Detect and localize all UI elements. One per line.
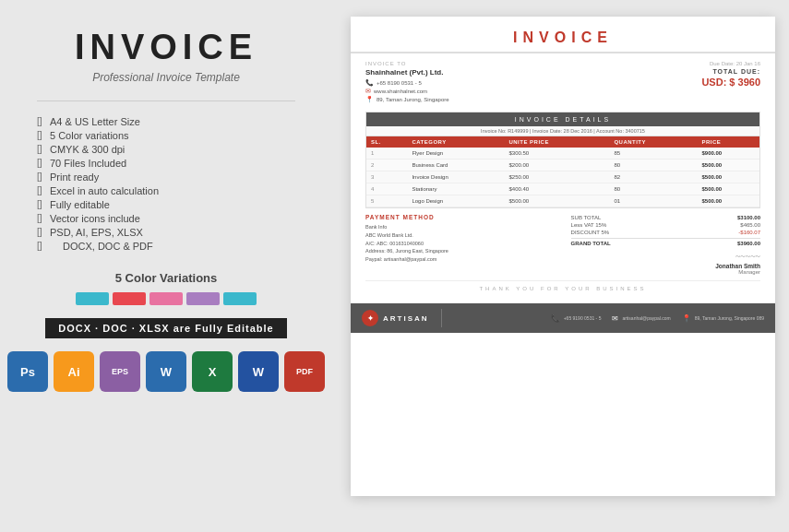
color-variations-label: 5 Color Variations <box>115 271 218 285</box>
footer-address: 📍 89, Taman Jurong, Singapore 089 <box>682 314 764 323</box>
logo-icon: ✦ <box>362 310 378 326</box>
swatch-1 <box>76 292 109 305</box>
footer-phone-value: +65 9190 0531 - 5 <box>564 315 602 321</box>
feature-item: Fully editable <box>37 199 159 210</box>
footer-logo: ✦ ARTISAN <box>362 310 429 326</box>
footer-email: ✉ artisanhal@paypal.com <box>612 314 670 323</box>
invoice-body: INVOICE TO Shainhalnet (Pvt.) Ltd. 📞 +65… <box>351 53 775 303</box>
row-sl: 1 <box>366 148 407 160</box>
file-icon-word[interactable]: W <box>146 351 186 392</box>
signature-section: ~~~~~ Jonathan Smith Manager <box>571 251 760 275</box>
footer-address-icon: 📍 <box>682 314 691 323</box>
invoice-details-section: INVOICE DETAILS Invoice No: R149999 | In… <box>365 112 760 208</box>
total-due-label: TOTAL DUE: <box>603 68 760 75</box>
invoice-footer: ✦ ARTISAN 📞 +65 9190 0531 - 5 ✉ artisanh… <box>351 303 775 333</box>
footer-phone-icon: 📞 <box>551 314 560 323</box>
grand-label: GRAND TOTAL <box>571 241 611 246</box>
discount-row: DISCOUNT 5% -$160.07 <box>571 229 760 236</box>
table-row: 1 Flyer Design $300.50 85 $900.00 <box>366 148 759 160</box>
row-unit-price: $500.00 <box>504 195 609 207</box>
swatch-2 <box>113 292 146 305</box>
payment-section: PAYMENT METHOD Bank Info ABC World Bank … <box>365 214 555 275</box>
right-panel: INVOICE INVOICE TO Shainhalnet (Pvt.) Lt… <box>332 0 789 532</box>
row-category: Invoice Design <box>407 171 504 183</box>
footer-phone: 📞 +65 9190 0531 - 5 <box>551 314 602 323</box>
grand-value: $3960.00 <box>737 241 760 246</box>
file-icon-pdf[interactable]: PDF <box>284 351 325 392</box>
row-price: $500.00 <box>697 160 759 171</box>
col-total: PRICE <box>697 136 759 148</box>
row-price: $500.00 <box>697 171 759 183</box>
subtotal-value: $3100.00 <box>737 215 760 220</box>
file-icon-excel[interactable]: X <box>192 351 233 392</box>
footer-email-icon: ✉ <box>612 314 618 323</box>
row-category: Stationary <box>407 183 504 195</box>
row-sl: 4 <box>366 183 407 195</box>
col-price: UNITE PRICE <box>504 136 609 148</box>
email-line: ✉ www.shainhalnet.com <box>365 88 582 95</box>
total-amount: USD: $ 3960 <box>603 77 760 88</box>
feature-item: Print ready <box>37 171 159 183</box>
signer-title: Manager <box>571 269 760 275</box>
invoice-total-section: Due Date: 20 Jan 16 TOTAL DUE: USD: $ 39… <box>603 61 760 104</box>
left-panel: INVOICE Professional Invoice Template A4… <box>0 0 332 532</box>
feature-item: PSD, AI, EPS, XLSX <box>37 227 159 238</box>
row-qty: 82 <box>609 171 697 183</box>
details-sub: Invoice No: R149999 | Invoice Date: 28 D… <box>366 126 759 136</box>
row-unit-price: $200.00 <box>504 160 609 171</box>
footer-email-value: artisanhal@paypal.com <box>622 315 670 321</box>
row-qty: 80 <box>609 160 697 171</box>
file-icon-ps[interactable]: Ps <box>7 351 48 392</box>
signer-name: Jonathan Smith <box>571 263 760 269</box>
feature-item: Vector icons include <box>37 213 159 224</box>
features-list: A4 & US Letter Size 5 Color variations C… <box>37 116 159 254</box>
col-category: CATEGORY <box>407 136 504 148</box>
bank-address: Address: 86, Jurong East, Singapore <box>365 247 555 255</box>
col-sl: SL. <box>366 136 407 148</box>
grand-total-row: GRAND TOTAL $3960.00 <box>571 238 760 247</box>
swatch-4 <box>186 292 220 305</box>
file-icon-word2[interactable]: W <box>238 351 279 392</box>
invoice-to-section: INVOICE TO Shainhalnet (Pvt.) Ltd. 📞 +65… <box>365 61 582 104</box>
invoice-table: SL. CATEGORY UNITE PRICE QUANTITY PRICE … <box>366 136 759 207</box>
file-icons-row: Ps Ai EPS W X W PDF <box>7 351 325 392</box>
swatch-5 <box>223 292 257 305</box>
phone-icon: 📞 <box>365 79 374 87</box>
row-sl: 3 <box>366 171 407 183</box>
feature-item: A4 & US Letter Size <box>37 116 159 127</box>
row-qty: 80 <box>609 183 697 195</box>
editable-banner: DOCX · DOC · XLSX are Fully Editable <box>45 318 286 338</box>
row-sl: 2 <box>366 160 407 171</box>
discount-value: -$160.07 <box>738 230 760 235</box>
details-header: INVOICE DETAILS <box>366 112 759 126</box>
invoice-header: INVOICE <box>351 17 775 53</box>
row-category: Logo Design <box>407 195 504 207</box>
row-qty: 85 <box>609 148 697 160</box>
divider <box>37 100 295 101</box>
invoice-to-label: INVOICE TO <box>365 61 582 66</box>
payment-details: Bank Info ABC World Bank Ltd. A/C: ABC: … <box>365 223 555 264</box>
row-category: Flyer Design <box>407 148 504 160</box>
invoice-document: INVOICE INVOICE TO Shainhalnet (Pvt.) Lt… <box>351 17 775 496</box>
col-qty: QUANTITY <box>609 136 697 148</box>
discount-label: DISCOUNT 5% <box>571 230 610 235</box>
table-row: 5 Logo Design $500.00 01 $500.00 <box>366 195 759 207</box>
paypal: Paypal: artisanhal@paypal.com <box>365 255 555 264</box>
row-unit-price: $250.00 <box>504 171 609 183</box>
payment-title: PAYMENT METHOD <box>365 214 555 220</box>
invoice-title: INVOICE <box>351 30 775 46</box>
swatch-3 <box>149 292 183 305</box>
signature-line: ~~~~~ <box>571 251 760 261</box>
invoice-top-section: INVOICE TO Shainhalnet (Pvt.) Ltd. 📞 +65… <box>365 61 760 104</box>
footer-divider <box>441 309 442 327</box>
phone-value: +65 8190 0531 - 5 <box>377 80 422 86</box>
table-row: 2 Business Card $200.00 80 $500.00 <box>366 160 759 171</box>
email-value: www.shainhalnet.com <box>374 89 427 94</box>
file-icon-eps[interactable]: EPS <box>100 351 140 392</box>
page-subtitle: Professional Invoice Template <box>92 71 240 84</box>
phone-line: 📞 +65 8190 0531 - 5 <box>365 79 582 87</box>
file-icon-ai[interactable]: Ai <box>54 351 94 392</box>
vat-value: $465.00 <box>740 222 760 228</box>
footer-contact: 📞 +65 9190 0531 - 5 ✉ artisanhal@paypal.… <box>454 314 764 323</box>
row-price: $900.00 <box>697 148 759 160</box>
